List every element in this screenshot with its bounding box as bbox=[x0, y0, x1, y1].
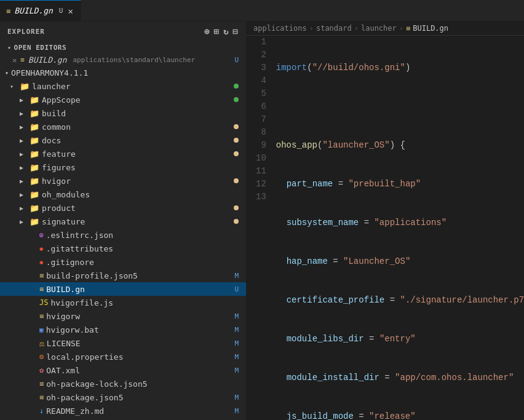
sidebar-header-icons: ⊕ ⊞ ↻ ⊟ bbox=[204, 26, 239, 36]
open-editors-section: ▾ OPEN EDITORS ✕ ≡ BUILD.gn applications… bbox=[0, 41, 246, 66]
tree-item-launcher[interactable]: ▾ 📁 launcher bbox=[0, 79, 246, 93]
status-badge bbox=[234, 151, 239, 156]
md-icon: ↓ bbox=[39, 406, 44, 415]
tree-item-eslintrc[interactable]: ▶ ⊙ .eslintrc.json bbox=[0, 228, 246, 242]
folder-arrow: ▶ bbox=[20, 124, 30, 130]
crumb-launcher: launcher bbox=[361, 24, 397, 33]
item-label: AppScope bbox=[42, 95, 81, 105]
json-icon: ≡ bbox=[39, 271, 44, 280]
folder-icon: 📁 bbox=[30, 163, 39, 172]
folder-icon: 📁 bbox=[30, 136, 39, 145]
xml-icon: ✿ bbox=[39, 366, 44, 374]
folder-arrow: ▶ bbox=[20, 178, 30, 184]
json-icon: ≡ bbox=[39, 379, 44, 388]
breadcrumb-file-icon: ≡ bbox=[406, 24, 410, 33]
tree-item-update[interactable]: ▶ ↓ UPDATE_TTERATION.md bbox=[0, 418, 246, 420]
breadcrumb: applications › standard › launcher › ≡ B… bbox=[246, 22, 524, 36]
main-layout: EXPLORER ⊕ ⊞ ↻ ⊟ ▾ OPEN EDITORS ✕ ≡ BUIL… bbox=[0, 22, 524, 420]
tree-item-hvigorw-bat[interactable]: ▶ ▣ hvigorw.bat M bbox=[0, 323, 246, 336]
tab-close-button[interactable]: ✕ bbox=[66, 5, 74, 17]
open-editors-label: OPEN EDITORS bbox=[14, 44, 66, 52]
item-label: oh-package-lock.json5 bbox=[46, 379, 147, 389]
status-badge bbox=[234, 205, 239, 210]
tree-item-gitattributes[interactable]: ▶ ◆ .gitattributes bbox=[0, 242, 246, 255]
code-line-7: certificate_profile = "./signature/launc… bbox=[276, 294, 524, 307]
code-editor[interactable]: 1 2 3 4 5 6 7 8 9 10 11 12 13 import("//… bbox=[246, 36, 524, 420]
tree-item-hvigorfile[interactable]: ▶ JS hvigorfile.js bbox=[0, 296, 246, 309]
sidebar: EXPLORER ⊕ ⊞ ↻ ⊟ ▾ OPEN EDITORS ✕ ≡ BUIL… bbox=[0, 22, 246, 420]
editor-filepath: applications\standard\launcher bbox=[73, 56, 195, 64]
tree-item-appscope[interactable]: ▶ 📁 AppScope bbox=[0, 93, 246, 106]
item-label-build-gn: BUILD.gn bbox=[46, 285, 85, 294]
tab-file-icon: ≡ bbox=[6, 7, 10, 15]
crumb-applications: applications bbox=[253, 24, 307, 33]
modified-badge: M bbox=[234, 367, 239, 374]
open-editors-title[interactable]: ▾ OPEN EDITORS bbox=[0, 41, 246, 54]
tree-item-feature[interactable]: ▶ 📁 feature bbox=[0, 147, 246, 160]
line-numbers: 1 2 3 4 5 6 7 8 9 10 11 12 13 bbox=[246, 36, 274, 420]
modified-badge: M bbox=[234, 339, 239, 347]
refresh-icon[interactable]: ↻ bbox=[223, 26, 229, 36]
tree-item-product[interactable]: ▶ 📁 product bbox=[0, 201, 246, 215]
folder-icon: 📁 bbox=[30, 204, 39, 213]
modified-badge: M bbox=[234, 353, 239, 361]
tree-item-gitignore[interactable]: ▶ ◆ .gitignore bbox=[0, 255, 246, 269]
file-icon: ≡ bbox=[39, 312, 44, 320]
tree-item-docs[interactable]: ▶ 📁 docs bbox=[0, 133, 246, 147]
item-label: OAT.xml bbox=[46, 366, 80, 375]
folder-arrow: ▶ bbox=[20, 110, 30, 117]
tree-item-build-profile[interactable]: ▶ ≡ build-profile.json5 M bbox=[0, 269, 246, 282]
item-label: LICENSE bbox=[47, 339, 81, 348]
sidebar-header: EXPLORER ⊕ ⊞ ↻ ⊟ bbox=[0, 22, 246, 41]
code-line-3: ohos_app("launcher_OS") { bbox=[276, 139, 524, 152]
status-badge bbox=[234, 178, 239, 183]
crumb-standard: standard bbox=[316, 24, 352, 33]
code-line-9: module_install_dir = "app/com.ohos.launc… bbox=[276, 371, 524, 384]
git-icon: ◆ bbox=[39, 258, 44, 266]
tree-root-label[interactable]: ▾ OPENHARMONY4.1.1 bbox=[0, 66, 246, 79]
new-file-icon[interactable]: ⊕ bbox=[204, 26, 210, 36]
code-content[interactable]: import("//build/ohos.gni") ohos_app("lau… bbox=[274, 36, 524, 420]
tree-item-oat-xml[interactable]: ▶ ✿ OAT.xml M bbox=[0, 363, 246, 377]
tree-item-hvigorw[interactable]: ▶ ≡ hvigorw M bbox=[0, 309, 246, 323]
open-editor-entry[interactable]: ✕ ≡ BUILD.gn applications\standard\launc… bbox=[0, 54, 246, 66]
tree-item-hvigor[interactable]: ▶ 📁 hvigor bbox=[0, 174, 246, 188]
code-line-2 bbox=[276, 100, 524, 113]
tree-item-oh-modules[interactable]: ▶ 📁 oh_modules bbox=[0, 188, 246, 201]
tree-item-figures[interactable]: ▶ 📁 figures bbox=[0, 160, 246, 174]
tree-item-common[interactable]: ▶ 📁 common bbox=[0, 120, 246, 133]
new-folder-icon[interactable]: ⊞ bbox=[214, 26, 220, 36]
item-label-launcher: launcher bbox=[32, 82, 71, 91]
folder-arrow: ▶ bbox=[20, 191, 30, 198]
folder-icon: 📁 bbox=[30, 122, 39, 132]
status-badge-green bbox=[234, 84, 239, 89]
tree-item-build-gn[interactable]: ▶ ≡ BUILD.gn U bbox=[0, 282, 246, 296]
tab-build-gn[interactable]: ≡ BUILD.gn U ✕ bbox=[0, 0, 81, 22]
tree-item-readme[interactable]: ▶ ↓ README_zh.md M bbox=[0, 404, 246, 418]
status-badge bbox=[234, 138, 239, 143]
tree-item-build[interactable]: ▶ 📁 build bbox=[0, 106, 246, 120]
eslint-icon: ⊙ bbox=[39, 231, 44, 239]
json-icon: ≡ bbox=[39, 393, 44, 402]
breadcrumb-sep: › bbox=[399, 24, 403, 33]
bat-icon: ▣ bbox=[39, 326, 44, 334]
editor-area: applications › standard › launcher › ≡ B… bbox=[246, 22, 524, 420]
code-line-1: import("//build/ohos.gni") bbox=[276, 61, 524, 74]
editor-filename: BUILD.gn bbox=[28, 55, 67, 65]
item-label: .gitignore bbox=[46, 258, 94, 267]
collapse-icon[interactable]: ⊟ bbox=[233, 26, 239, 36]
folder-arrow: ▾ bbox=[10, 83, 20, 90]
tree-item-oh-package[interactable]: ▶ ≡ oh-package.json5 M bbox=[0, 390, 246, 404]
file-tree: ▾ OPENHARMONY4.1.1 ▾ 📁 launcher ▶ 📁 AppS… bbox=[0, 66, 246, 420]
modified-badge: M bbox=[234, 326, 239, 334]
editor-close-icon[interactable]: ✕ bbox=[12, 56, 17, 65]
folder-arrow: ▶ bbox=[20, 137, 30, 144]
item-label: common bbox=[42, 122, 71, 132]
breadcrumb-sep: › bbox=[309, 24, 314, 33]
tree-item-local-properties[interactable]: ▶ ⚙ local.properties M bbox=[0, 350, 246, 363]
tree-item-signature[interactable]: ▶ 📁 signature bbox=[0, 215, 246, 228]
tree-item-oh-package-lock[interactable]: ▶ ≡ oh-package-lock.json5 bbox=[0, 377, 246, 390]
status-badge bbox=[234, 219, 239, 224]
tree-item-license[interactable]: ▶ ⚖ LICENSE M bbox=[0, 336, 246, 350]
code-line-10: js_build_mode = "release" bbox=[276, 410, 524, 420]
